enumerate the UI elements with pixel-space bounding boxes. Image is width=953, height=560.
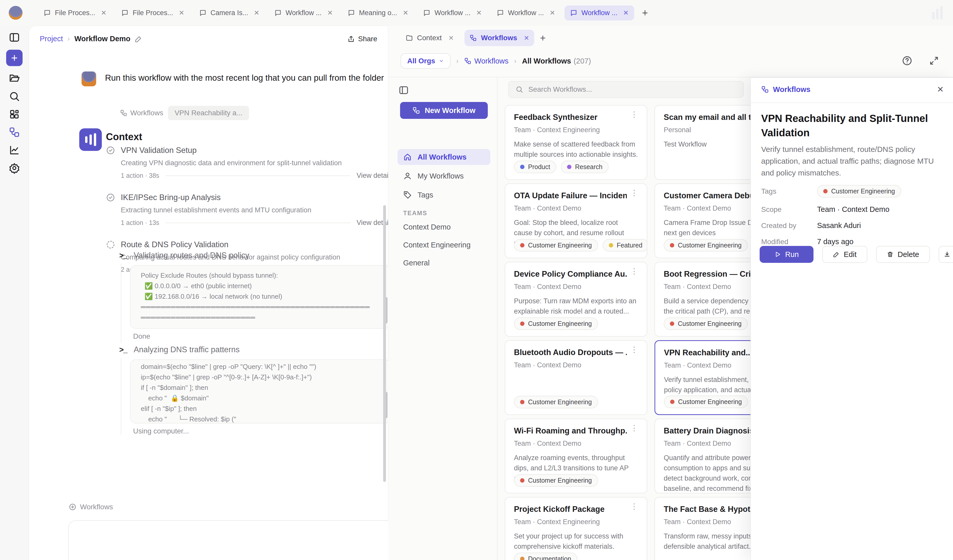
tag-chip[interactable]: Product (514, 161, 556, 173)
workflows-nav-icon[interactable] (9, 127, 20, 138)
workflow-card[interactable]: Project Kickoff Package⋮ Team · Context … (505, 497, 647, 560)
breadcrumb-workflows[interactable]: Workflows (464, 57, 509, 65)
window-tab[interactable]: Workflow ...✕ (491, 5, 561, 20)
tag-chip[interactable]: Customer Engineering (664, 239, 748, 252)
close-icon[interactable]: ✕ (101, 9, 107, 17)
close-icon[interactable]: ✕ (524, 34, 529, 42)
tab-context[interactable]: Context✕ (400, 30, 459, 46)
window-tab-active[interactable]: Workflow ...✕ (565, 5, 634, 20)
card-description: Purpose: Turn raw MDM exports into an ex… (514, 296, 638, 316)
attachment-chip[interactable]: VPN Reachability a... (168, 106, 249, 120)
window-tab[interactable]: File Proces...✕ (116, 5, 190, 20)
breadcrumb-project[interactable]: Project (40, 35, 63, 43)
org-selector[interactable]: All Orgs (400, 53, 451, 69)
card-menu-icon[interactable]: ⋮ (630, 113, 638, 116)
window-tab[interactable]: Workflow ...✕ (269, 5, 338, 20)
field-tags: Tags Customer Engineering (761, 185, 941, 198)
terminal-output[interactable]: Policy Exclude Routes (should bypass tun… (130, 265, 391, 329)
download-button[interactable] (939, 246, 953, 263)
search-workflows-input[interactable]: Search Workflows... (508, 81, 744, 98)
composer-workflows-toggle[interactable]: Workflows (69, 503, 113, 511)
analytics-icon[interactable] (9, 144, 20, 156)
window-tab[interactable]: Workflow ...✕ (418, 5, 487, 20)
tag-dot (520, 322, 525, 326)
close-icon[interactable]: ✕ (476, 9, 482, 17)
message-input[interactable]: Opus 4.5 (68, 520, 413, 560)
close-icon[interactable]: ✕ (254, 9, 259, 17)
sidebar-item-tags[interactable]: Tags (397, 187, 490, 203)
close-icon[interactable]: ✕ (179, 9, 185, 17)
help-icon[interactable] (902, 55, 913, 66)
workflow-card[interactable]: Wi-Fi Roaming and Throughp...⋮ Team · Co… (505, 419, 647, 493)
tag-chip[interactable]: Customer Engineering (817, 185, 901, 198)
user-avatar[interactable] (9, 6, 23, 20)
tag-chip[interactable]: Customer Engineering (514, 474, 598, 487)
search-icon[interactable] (9, 91, 20, 102)
card-menu-icon[interactable]: ⋮ (630, 505, 638, 508)
terminal-icon: >_ (119, 345, 127, 354)
new-chat-button[interactable]: + (6, 50, 23, 66)
settings-gear-icon[interactable] (9, 162, 20, 174)
window-tab[interactable]: Camera Is...✕ (194, 5, 265, 20)
user-message: Run this workflow with the most recent l… (82, 71, 387, 86)
window-tab-label: Workflow ... (508, 9, 544, 17)
edit-button[interactable]: Edit (822, 246, 867, 263)
divider (165, 175, 350, 176)
run-button[interactable]: Run (760, 246, 813, 263)
sidebar-team-context-demo[interactable]: Context Demo (403, 223, 451, 231)
window-tab[interactable]: File Proces...✕ (38, 5, 112, 20)
close-icon[interactable]: ✕ (327, 9, 333, 17)
tag-chip[interactable]: Research (561, 161, 608, 173)
card-menu-icon[interactable]: ⋮ (630, 269, 638, 273)
chat-bubble-icon (275, 9, 282, 16)
sidebar-team-context-engineering[interactable]: Context Engineering (403, 241, 470, 249)
terminal-output[interactable]: domain=$(echo "$line" | grep -oP "Query:… (130, 359, 391, 424)
tree-guide-line (121, 358, 121, 435)
divider (751, 102, 953, 103)
close-icon[interactable]: ✕ (623, 9, 629, 17)
window-tab[interactable]: Meaning o...✕ (342, 5, 414, 20)
workflow-card[interactable]: Feedback Synthesizer⋮ Team · Context Eng… (505, 105, 647, 180)
new-panel-tab-button[interactable]: + (540, 32, 545, 43)
close-icon[interactable]: ✕ (403, 9, 408, 17)
share-label: Share (358, 35, 377, 43)
card-menu-icon[interactable]: ⋮ (630, 191, 638, 195)
workflow-card[interactable]: Bluetooth Audio Dropouts — ...⋮ Team · C… (505, 340, 647, 415)
field-created-by: Created by Sasank Aduri (761, 221, 941, 230)
card-menu-icon[interactable]: ⋮ (630, 348, 638, 351)
close-icon[interactable]: ✕ (449, 34, 454, 42)
chat-scrollbar[interactable] (383, 205, 386, 482)
sidebar-team-general[interactable]: General (403, 259, 430, 267)
delete-button[interactable]: Delete (876, 246, 930, 263)
folder-icon[interactable] (9, 73, 20, 84)
expand-icon[interactable] (929, 55, 939, 66)
sidebar-item-my-workflows[interactable]: My Workflows (397, 168, 490, 184)
close-icon[interactable]: ✕ (937, 85, 944, 94)
panel-toggle-icon[interactable] (9, 32, 20, 43)
collapse-sidebar-icon[interactable] (399, 85, 409, 95)
tag-chip[interactable]: Customer Engineering (664, 317, 748, 330)
workflow-card[interactable]: Device Policy Compliance Au...⋮ Team · C… (505, 262, 647, 337)
edit-title-icon[interactable] (135, 35, 142, 43)
share-button[interactable]: Share (347, 35, 377, 43)
new-workflow-button[interactable]: New Workflow (400, 102, 488, 119)
card-scope: Team · Context Engineering (514, 126, 638, 134)
detail-header-title: Workflows (761, 85, 810, 94)
tag-chip[interactable]: Customer Engineering (514, 396, 598, 408)
tag-chip[interactable]: Customer Engineering (514, 317, 598, 330)
tab-workflows[interactable]: Workflows✕ (464, 30, 534, 46)
workflow-card[interactable]: OTA Update Failure — Inciden...⋮ Team · … (505, 183, 647, 258)
sidebar-item-all-workflows[interactable]: All Workflows (397, 149, 490, 165)
app-root: File Proces...✕ File Proces...✕ Camera I… (0, 0, 953, 560)
field-value: Team · Context Demo (817, 205, 889, 213)
workflow-title: VPN Reachability and Split-Tunnel Valida… (761, 111, 930, 140)
tag-chip[interactable]: Customer Engineering (514, 239, 598, 252)
card-menu-icon[interactable]: ⋮ (630, 426, 638, 430)
tag-chip[interactable]: Featured (603, 239, 647, 252)
blocks-icon[interactable] (9, 108, 20, 120)
tag-chip[interactable]: Customer Engineering (664, 396, 748, 408)
context-logo-watermark (932, 6, 943, 20)
tag-chip[interactable]: Documentation (514, 552, 577, 560)
close-icon[interactable]: ✕ (549, 9, 555, 17)
new-window-tab-button[interactable]: + (642, 7, 648, 19)
